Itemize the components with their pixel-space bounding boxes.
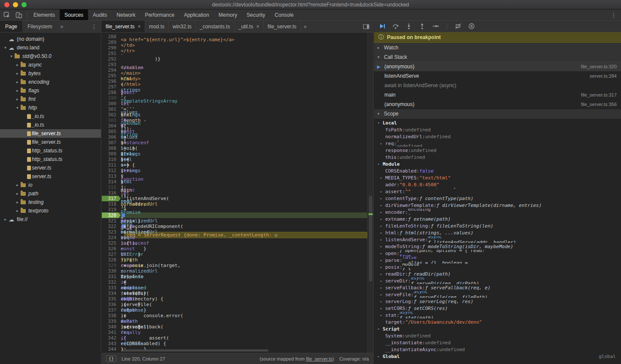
line-number[interactable]: 314 [102, 179, 121, 185]
scope-variable[interactable]: this: undefined [374, 154, 621, 161]
call-stack-frame[interactable]: mainfile_server.ts:317 [374, 90, 621, 100]
line-number[interactable]: 299 [102, 95, 121, 101]
tree-item-deno.land[interactable]: ▾☁deno.land [0, 43, 101, 52]
tab-memory[interactable]: Memory [214, 9, 242, 20]
expand-arrow-icon[interactable]: ▸ [380, 300, 385, 303]
line-number[interactable]: 330 [102, 268, 121, 274]
scope-section-module[interactable]: ▾Module [374, 161, 621, 167]
device-toolbar-icon[interactable] [13, 9, 25, 21]
expand-arrow-icon[interactable]: ▸ [380, 293, 385, 297]
scope-variable[interactable]: ▸open: async ƒ open(path, options = { re… [374, 250, 621, 257]
editor-tab-overflow-icon[interactable]: » [301, 21, 310, 32]
line-number[interactable]: 312 [102, 168, 121, 173]
expand-arrow-icon[interactable]: ▸ [380, 197, 385, 200]
expand-arrow-icon[interactable]: ▸ [380, 142, 385, 146]
source-map-link[interactable]: file_server.ts [306, 356, 332, 361]
scope-variable[interactable]: ▸assert: ƒ assert(expr, msg = "") [374, 188, 621, 195]
pretty-print-button[interactable]: {} [106, 355, 116, 362]
line-number[interactable]: 334 [102, 291, 121, 296]
line-number[interactable]: 311 [102, 162, 121, 168]
tree-item-std@v0.50.0[interactable]: ▾std@v0.50.0 [0, 52, 101, 61]
line-number[interactable]: 329 [102, 263, 121, 268]
line-number[interactable]: 333 [102, 285, 121, 291]
line-number[interactable]: 300 [102, 101, 121, 106]
tree-item-bytes[interactable]: ▸bytes [0, 69, 101, 78]
editor-tab-_constants.ts[interactable]: _constants.ts [196, 21, 234, 32]
scope-variable[interactable]: ▸serveFallback: ƒ serveFallback(req, e) [374, 284, 621, 291]
tree-item-_io.ts[interactable]: _io.ts [0, 112, 101, 121]
expand-arrow-icon[interactable]: ▸ [380, 252, 385, 255]
line-number[interactable]: 318 [102, 201, 121, 207]
scope-section-global[interactable]: ▸Globalglobal [374, 353, 621, 360]
editor-tab-_util.ts[interactable]: _util.ts× [234, 21, 264, 32]
expand-arrow-icon[interactable]: ▾ [377, 121, 383, 125]
line-number[interactable]: 326 [102, 246, 121, 252]
line-number[interactable]: 306 [102, 134, 121, 140]
expand-arrow-icon[interactable]: ▸ [15, 63, 20, 67]
navigator-tab-overflow-icon[interactable]: » [57, 21, 66, 32]
tree-item-http[interactable]: ▾http [0, 103, 101, 112]
line-number[interactable]: 293 [102, 62, 121, 67]
expand-arrow-icon[interactable]: ▸ [380, 231, 385, 235]
resume-button[interactable] [378, 22, 386, 30]
scope-variable[interactable]: addr: "0.0.0.0:4500" [374, 181, 621, 188]
expand-arrow-icon[interactable]: ▸ [15, 88, 20, 93]
tree-item--no-domain-[interactable]: ☁(no domain) [0, 35, 101, 43]
line-number[interactable]: 343 [102, 341, 121, 346]
scope-variable[interactable]: ▸posix: Module {…} [374, 264, 621, 270]
tree-item-server.ts[interactable]: server.ts [0, 164, 101, 172]
line-number[interactable]: 328 [102, 257, 121, 263]
expand-arrow-icon[interactable]: ▸ [380, 272, 385, 276]
step-out-icon[interactable] [418, 22, 426, 30]
step-into-icon[interactable] [405, 22, 413, 30]
line-number[interactable]: 295 [102, 73, 121, 79]
navigator-menu-icon[interactable]: ⋮ [87, 21, 101, 32]
tree-item-path[interactable]: ▸path [0, 189, 101, 198]
line-number[interactable]: 303 [102, 118, 121, 123]
expand-arrow-icon[interactable]: ▸ [380, 217, 385, 221]
line-number[interactable]: 310 [102, 157, 121, 162]
inspect-element-icon[interactable] [1, 9, 13, 21]
close-icon[interactable]: × [137, 24, 141, 29]
tree-item-server.ts[interactable]: server.ts [0, 172, 101, 181]
scope-section-local[interactable]: ▾Local [374, 119, 621, 126]
line-number[interactable]: 323 [102, 229, 121, 235]
navigator-tab-page[interactable]: Page [0, 21, 22, 32]
line-number[interactable]: 320 [102, 212, 121, 218]
expand-arrow-icon[interactable]: ▸ [15, 80, 20, 84]
expand-arrow-icon[interactable]: ▾ [3, 46, 8, 50]
chevron-right-icon[interactable]: ▸ [377, 46, 382, 50]
scope-variable[interactable]: target: "/Users/biwanczuk/dev/deno" [374, 318, 621, 325]
scope-variable[interactable]: ▸listenAndServe: async ƒ listenAndServe(… [374, 236, 621, 243]
expand-arrow-icon[interactable]: ▾ [377, 162, 383, 166]
line-number[interactable]: 291 [102, 51, 121, 56]
minimize-window-button[interactable] [13, 2, 18, 7]
line-number[interactable]: 322 [102, 224, 121, 229]
editor-tab-file_server.ts[interactable]: file_server.ts× [102, 21, 145, 32]
line-number[interactable]: 294 [102, 67, 121, 73]
line-number[interactable]: 342 [102, 335, 121, 341]
tree-item-testing[interactable]: ▸testing [0, 198, 101, 206]
pause-on-exceptions-icon[interactable] [468, 22, 475, 30]
line-number[interactable]: 341 [102, 330, 121, 335]
devtools-menu-icon[interactable]: ⋮ [606, 9, 621, 20]
line-number[interactable]: 325 [102, 240, 121, 246]
scope-variable[interactable]: fsPath: undefined [374, 126, 621, 133]
expand-arrow-icon[interactable]: ▸ [380, 245, 385, 249]
line-number[interactable]: 307 [102, 140, 121, 146]
line-number[interactable]: 292 [102, 56, 121, 62]
editor-tab-mod.ts[interactable]: mod.ts [145, 21, 169, 32]
tab-sources[interactable]: Sources [60, 9, 88, 20]
tab-security[interactable]: Security [242, 9, 270, 20]
tab-performance[interactable]: Performance [140, 9, 179, 20]
expand-arrow-icon[interactable]: ▸ [15, 97, 20, 101]
expand-arrow-icon[interactable]: ▸ [15, 183, 20, 187]
scope-variable[interactable]: ▸contentType: ƒ contentType(path) [374, 195, 621, 202]
scope-variable[interactable]: ▸extname: ƒ extname(path) [374, 215, 621, 222]
tree-item-file_server.ts[interactable]: file_server.ts [0, 129, 101, 138]
tree-item-encoding[interactable]: ▸encoding [0, 78, 101, 86]
line-number[interactable]: 344 [102, 346, 121, 352]
line-number[interactable]: 296 [102, 79, 121, 84]
tree-item-io[interactable]: ▸io [0, 181, 101, 189]
line-number[interactable]: 308 [102, 146, 121, 151]
